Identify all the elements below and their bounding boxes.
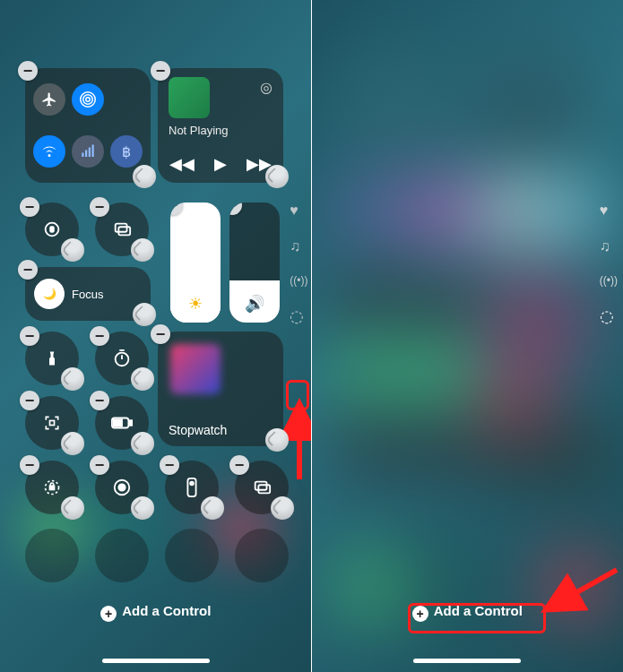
annotation-arrow-left bbox=[289, 412, 312, 475]
favorites-page-icon[interactable]: ♥ bbox=[290, 202, 307, 219]
brightness-icon: ☀ bbox=[170, 294, 221, 314]
bluetooth-icon[interactable]: ฿ bbox=[110, 135, 143, 168]
page-indicator-strip: ♥ ♫ ((•)) ◌ bbox=[600, 202, 618, 326]
empty-slot[interactable] bbox=[235, 529, 289, 582]
ring-page-icon[interactable]: ◌ bbox=[600, 306, 618, 326]
home-indicator[interactable] bbox=[102, 659, 210, 663]
annotation-highlight-left bbox=[286, 380, 309, 410]
connectivity-group[interactable]: − ฿ bbox=[25, 68, 151, 183]
screen-mirroring-button[interactable]: − bbox=[95, 202, 149, 256]
music-page-icon[interactable]: ♫ bbox=[600, 238, 618, 254]
stopwatch-preview bbox=[170, 344, 221, 394]
remove-badge[interactable]: − bbox=[90, 197, 109, 217]
page-indicator-strip: ♥ ♫ ((•)) ◌ bbox=[290, 202, 307, 326]
svg-rect-15 bbox=[114, 419, 122, 426]
svg-rect-17 bbox=[50, 486, 55, 489]
privacy-lock-button[interactable]: − bbox=[25, 461, 79, 514]
svg-point-1 bbox=[83, 95, 93, 105]
remove-badge[interactable]: − bbox=[151, 324, 170, 344]
svg-point-0 bbox=[86, 98, 91, 102]
annotation-arrow-right bbox=[552, 564, 624, 609]
media-playback-tile[interactable]: − ◎ Not Playing ◀◀ ▶ ▶▶ bbox=[158, 68, 283, 183]
focus-icon: 🌙 bbox=[34, 279, 65, 309]
play-icon[interactable]: ▶ bbox=[214, 154, 227, 174]
remove-badge[interactable]: − bbox=[18, 61, 38, 81]
svg-rect-8 bbox=[50, 227, 54, 232]
add-control-button[interactable]: +Add a Control bbox=[0, 603, 312, 622]
annotation-highlight-right bbox=[408, 603, 546, 633]
connectivity-page-icon[interactable]: ((•)) bbox=[290, 274, 307, 287]
remove-badge[interactable]: − bbox=[229, 455, 249, 475]
add-control-label: Add a Control bbox=[122, 603, 211, 618]
airdrop-icon[interactable] bbox=[72, 83, 104, 116]
stopwatch-tile[interactable]: − Stopwatch bbox=[158, 332, 283, 446]
cellular-data-icon[interactable] bbox=[72, 135, 104, 168]
timer-button[interactable]: − bbox=[95, 332, 149, 385]
svg-rect-5 bbox=[89, 148, 91, 158]
ring-page-icon[interactable]: ◌ bbox=[290, 306, 307, 326]
home-indicator[interactable] bbox=[413, 659, 521, 663]
music-page-icon[interactable]: ♫ bbox=[290, 238, 307, 254]
svg-rect-12 bbox=[50, 421, 55, 426]
svg-rect-14 bbox=[129, 420, 132, 426]
now-playing-label: Not Playing bbox=[169, 124, 228, 137]
orientation-lock-button[interactable]: − bbox=[25, 202, 79, 256]
rewind-icon[interactable]: ◀◀ bbox=[169, 154, 195, 174]
volume-icon: 🔊 bbox=[229, 294, 280, 314]
svg-rect-6 bbox=[91, 145, 93, 158]
remove-badge[interactable]: − bbox=[151, 61, 170, 81]
flashlight-button[interactable]: − bbox=[25, 332, 79, 385]
svg-line-25 bbox=[559, 570, 617, 602]
tv-remote-button[interactable]: − bbox=[165, 461, 219, 514]
wifi-icon[interactable] bbox=[33, 135, 65, 168]
control-center-edit-screen: − ฿ − ◎ Not Playing bbox=[0, 0, 312, 672]
plus-icon: + bbox=[100, 606, 117, 622]
empty-slot[interactable] bbox=[25, 529, 79, 582]
low-power-button[interactable]: − bbox=[95, 396, 149, 450]
favorites-page-icon[interactable]: ♥ bbox=[600, 202, 618, 219]
control-center-new-page-screen: ♥ ♫ ((•)) ◌ +Add a Control bbox=[312, 0, 624, 672]
remove-badge[interactable]: − bbox=[18, 260, 38, 280]
remove-badge[interactable]: − bbox=[90, 326, 109, 346]
svg-point-19 bbox=[118, 484, 125, 490]
media-controls: ◀◀ ▶ ▶▶ bbox=[158, 154, 283, 174]
stopwatch-label: Stopwatch bbox=[169, 423, 227, 437]
remove-badge[interactable]: − bbox=[90, 391, 109, 410]
album-art-placeholder bbox=[169, 77, 210, 118]
svg-rect-3 bbox=[82, 153, 83, 158]
screen-record-button[interactable]: − bbox=[95, 461, 149, 514]
remove-badge[interactable]: − bbox=[20, 197, 39, 217]
focus-tile[interactable]: − 🌙 Focus bbox=[25, 267, 151, 321]
code-scanner-button[interactable]: − bbox=[25, 396, 79, 450]
remove-badge[interactable]: − bbox=[20, 326, 39, 346]
remove-badge[interactable]: − bbox=[160, 455, 179, 475]
remove-badge[interactable]: − bbox=[20, 455, 39, 475]
svg-point-21 bbox=[190, 482, 194, 486]
focus-label: Focus bbox=[72, 288, 103, 301]
svg-rect-10 bbox=[118, 227, 130, 235]
screen-mirroring-button-2[interactable]: − bbox=[235, 461, 289, 514]
remove-badge[interactable]: − bbox=[20, 391, 39, 410]
airplane-mode-icon[interactable] bbox=[33, 83, 65, 116]
svg-point-11 bbox=[116, 353, 129, 366]
svg-rect-4 bbox=[85, 151, 87, 158]
remove-badge[interactable]: − bbox=[90, 455, 109, 475]
empty-slot[interactable] bbox=[165, 529, 219, 582]
connectivity-page-icon[interactable]: ((•)) bbox=[600, 274, 618, 287]
volume-slider[interactable]: − 🔊 bbox=[229, 202, 280, 323]
empty-slot[interactable] bbox=[95, 529, 149, 582]
airplay-icon[interactable]: ◎ bbox=[260, 79, 273, 96]
brightness-slider[interactable]: − ☀ bbox=[170, 202, 221, 323]
